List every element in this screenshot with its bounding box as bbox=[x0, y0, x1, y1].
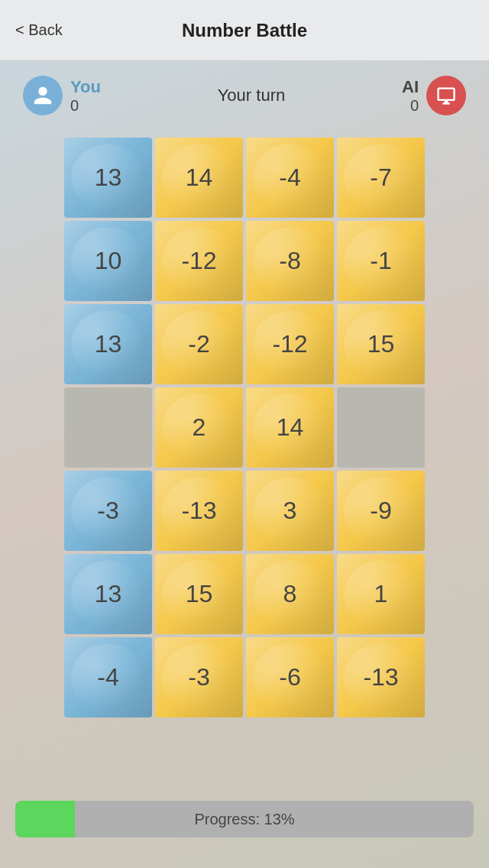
grid-cell-r5-c2[interactable]: 8 bbox=[246, 554, 334, 634]
progress-bar-background: Progress: 13% bbox=[15, 801, 474, 837]
player-you-text: You 0 bbox=[70, 77, 101, 115]
grid-cell-r2-c1[interactable]: -2 bbox=[155, 304, 243, 384]
grid-cell-r3-c3 bbox=[337, 387, 425, 468]
grid-cell-r4-c2[interactable]: 3 bbox=[246, 471, 334, 551]
grid-cell-r5-c1[interactable]: 15 bbox=[155, 554, 243, 634]
header: < Back Number Battle bbox=[0, 0, 489, 61]
player-you-score: 0 bbox=[70, 97, 101, 115]
grid-cell-r2-c3[interactable]: 15 bbox=[337, 304, 425, 384]
player-ai-score: 0 bbox=[402, 97, 419, 115]
grid-cell-r2-c0[interactable]: 13 bbox=[64, 304, 152, 384]
grid-cell-r2-c2[interactable]: -12 bbox=[246, 304, 334, 384]
game-grid: 1314-4-710-12-8-113-2-1215214-3-133-9131… bbox=[64, 138, 425, 717]
grid-cell-r4-c0[interactable]: -3 bbox=[64, 471, 152, 551]
grid-cell-r6-c0[interactable]: -4 bbox=[64, 637, 152, 717]
game-grid-container: 1314-4-710-12-8-113-2-1215214-3-133-9131… bbox=[0, 138, 489, 717]
grid-cell-r5-c0[interactable]: 13 bbox=[64, 554, 152, 634]
progress-section: Progress: 13% bbox=[15, 801, 474, 837]
player-ai: AI 0 bbox=[402, 76, 466, 115]
grid-cell-r1-c2[interactable]: -8 bbox=[246, 221, 334, 301]
grid-cell-r3-c0 bbox=[64, 387, 152, 468]
player-ai-name: AI bbox=[402, 77, 419, 97]
person-icon bbox=[32, 85, 53, 106]
player-you-name: You bbox=[70, 77, 101, 97]
grid-cell-r1-c3[interactable]: -1 bbox=[337, 221, 425, 301]
progress-bar-fill bbox=[15, 801, 75, 837]
grid-cell-r4-c3[interactable]: -9 bbox=[337, 471, 425, 551]
grid-cell-r5-c3[interactable]: 1 bbox=[337, 554, 425, 634]
back-button[interactable]: < Back bbox=[15, 21, 63, 39]
avatar-you bbox=[23, 76, 63, 115]
avatar-ai bbox=[426, 76, 466, 115]
grid-cell-r0-c0[interactable]: 13 bbox=[64, 138, 152, 218]
grid-cell-r0-c1[interactable]: 14 bbox=[155, 138, 243, 218]
grid-cell-r6-c1[interactable]: -3 bbox=[155, 637, 243, 717]
grid-cell-r0-c3[interactable]: -7 bbox=[337, 138, 425, 218]
back-label: < Back bbox=[15, 21, 63, 39]
monitor-icon bbox=[436, 85, 457, 106]
grid-cell-r6-c3[interactable]: -13 bbox=[337, 637, 425, 717]
turn-label: Your turn bbox=[218, 86, 285, 105]
grid-cell-r4-c1[interactable]: -13 bbox=[155, 471, 243, 551]
grid-cell-r3-c1[interactable]: 2 bbox=[155, 387, 243, 468]
player-ai-text: AI 0 bbox=[402, 77, 419, 115]
grid-cell-r1-c0[interactable]: 10 bbox=[64, 221, 152, 301]
grid-cell-r1-c1[interactable]: -12 bbox=[155, 221, 243, 301]
grid-cell-r0-c2[interactable]: -4 bbox=[246, 138, 334, 218]
score-bar: You 0 Your turn AI 0 bbox=[0, 61, 489, 130]
grid-cell-r3-c2[interactable]: 14 bbox=[246, 387, 334, 468]
player-you: You 0 bbox=[23, 76, 101, 115]
progress-label: Progress: 13% bbox=[194, 811, 294, 828]
page-title: Number Battle bbox=[182, 20, 307, 41]
grid-cell-r6-c2[interactable]: -6 bbox=[246, 637, 334, 717]
